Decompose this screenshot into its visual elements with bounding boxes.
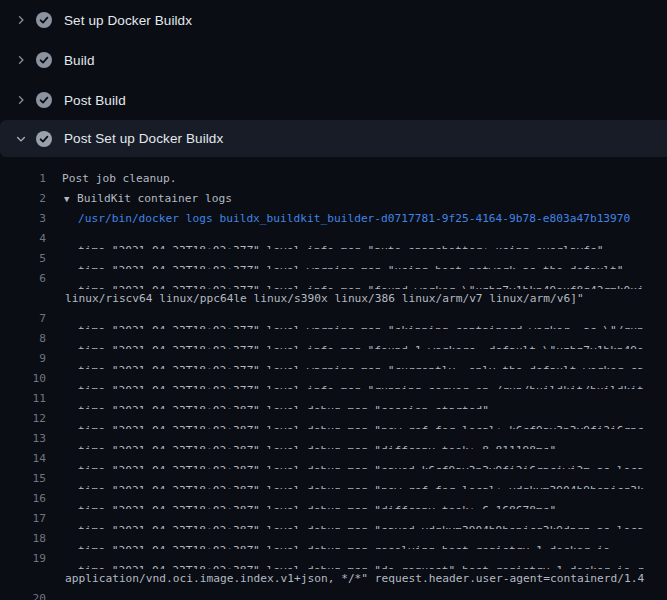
log-line: linux/riscv64 linux/ppc64le linux/s390x …: [0, 289, 667, 309]
log-text: time="2021-04-23T18:02:37Z" level=warnin…: [46, 261, 624, 269]
log-text: application/vnd.oci.image.index.v1+json,…: [46, 569, 644, 589]
log-text: time="2021-04-23T18:02:37Z" level=info m…: [46, 241, 603, 249]
line-number: 19: [0, 549, 46, 569]
check-circle-icon: [36, 92, 52, 108]
log-text: time="2021-04-23T18:02:38Z" level=debug …: [46, 401, 489, 409]
line-number: 15: [0, 469, 46, 489]
line-number: 7: [0, 309, 46, 329]
line-number: 20: [0, 589, 46, 600]
chevron-down-icon: [14, 131, 28, 147]
log-line: 6time="2021-04-23T18:02:37Z" level=info …: [0, 269, 667, 289]
log-text: time="2021-04-23T18:02:38Z" level=debug …: [46, 501, 556, 509]
log-text: time="2021-04-23T18:02:38Z" level=debug …: [46, 521, 644, 529]
log-line: 1Post job cleanup.: [0, 169, 667, 189]
line-number: 4: [0, 229, 46, 249]
log-text: time="2021-04-23T18:02:37Z" level=info m…: [46, 281, 644, 289]
line-number: 12: [0, 409, 46, 429]
log-line: 2▼BuildKit container logs: [0, 189, 667, 209]
log-line: 4time="2021-04-23T18:02:37Z" level=info …: [0, 229, 667, 249]
step-label: Set up Docker Buildx: [64, 13, 192, 28]
line-number: 6: [0, 269, 46, 289]
log-line: 9time="2021-04-23T18:02:37Z" level=warni…: [0, 349, 667, 369]
check-circle-icon: [36, 131, 52, 147]
line-number: 8: [0, 329, 46, 349]
log-text: time="2021-04-23T18:02:38Z" level=debug …: [46, 461, 644, 469]
step-header-post-set-up-docker-buildx[interactable]: Post Set up Docker Buildx: [0, 120, 667, 157]
line-number: 5: [0, 249, 46, 269]
line-number: [0, 569, 46, 589]
check-circle-icon: [36, 52, 52, 68]
log-text: time="2021-04-23T18:02:38Z" level=debug …: [46, 441, 556, 449]
log-line: 10time="2021-04-23T18:02:37Z" level=info…: [0, 369, 667, 389]
step-label: Post Build: [64, 93, 126, 108]
command-text: /usr/bin/docker logs buildx_buildkit_bui…: [46, 209, 630, 229]
log-area: 1Post job cleanup.2▼BuildKit container l…: [0, 169, 667, 600]
log-line: application/vnd.oci.image.index.v1+json,…: [0, 569, 667, 589]
line-number: 1: [0, 169, 46, 189]
log-line: 7time="2021-04-23T18:02:37Z" level=warni…: [0, 309, 667, 329]
step-label: Post Set up Docker Buildx: [64, 131, 223, 146]
log-line: 18time="2021-04-23T18:02:38Z" level=debu…: [0, 529, 667, 549]
log-text: time="2021-04-23T18:02:38Z" level=debug …: [46, 481, 644, 489]
chevron-right-icon: [14, 52, 28, 68]
log-text: time="2021-04-23T18:02:37Z" level=warnin…: [46, 321, 644, 329]
log-text: Post job cleanup.: [46, 169, 177, 189]
log-line: 19time="2021-04-23T18:02:38Z" level=debu…: [0, 549, 667, 569]
log-text: linux/riscv64 linux/ppc64le linux/s390x …: [46, 289, 584, 309]
line-number: 13: [0, 429, 46, 449]
log-line: 16time="2021-04-23T18:02:38Z" level=debu…: [0, 489, 667, 509]
group-toggle-icon[interactable]: ▼: [64, 189, 77, 209]
line-number: 9: [0, 349, 46, 369]
line-number: 3: [0, 209, 46, 229]
log-line: 15time="2021-04-23T18:02:38Z" level=debu…: [0, 469, 667, 489]
line-number: 17: [0, 509, 46, 529]
line-number: 11: [0, 389, 46, 409]
log-line: 14time="2021-04-23T18:02:38Z" level=debu…: [0, 449, 667, 469]
log-text: ▼BuildKit container logs: [46, 189, 232, 209]
check-circle-icon: [36, 12, 52, 28]
step-header-post-build[interactable]: Post Build: [0, 80, 667, 120]
log-text: time="2021-04-23T18:02:38Z" level=debug …: [46, 421, 644, 429]
log-line: 3/usr/bin/docker logs buildx_buildkit_bu…: [0, 209, 667, 229]
step-header-set-up-docker-buildx[interactable]: Set up Docker Buildx: [0, 0, 667, 40]
log-line: 11time="2021-04-23T18:02:38Z" level=debu…: [0, 389, 667, 409]
log-text: time="2021-04-23T18:02:37Z" level=info m…: [46, 381, 644, 389]
log-group-title: BuildKit container logs: [77, 192, 232, 205]
chevron-right-icon: [14, 92, 28, 108]
line-number: 10: [0, 369, 46, 389]
line-number: 18: [0, 529, 46, 549]
actions-log-viewer: Set up Docker Buildx Build Post Build: [0, 0, 667, 600]
line-number: 16: [0, 489, 46, 509]
log-line: 20time="2021-04-23T18:02:38Z" level=debu…: [0, 589, 667, 600]
log-text: time="2021-04-23T18:02:37Z" level=warnin…: [46, 361, 644, 369]
line-number: 2: [0, 189, 46, 209]
log-line: 8time="2021-04-23T18:02:37Z" level=info …: [0, 329, 667, 349]
line-number: 14: [0, 449, 46, 469]
chevron-right-icon: [14, 12, 28, 28]
step-label: Build: [64, 53, 95, 68]
log-text: time="2021-04-23T18:02:38Z" level=debug …: [46, 561, 644, 569]
log-text: time="2021-04-23T18:02:37Z" level=info m…: [46, 341, 644, 349]
log-line: 12time="2021-04-23T18:02:38Z" level=debu…: [0, 409, 667, 429]
steps-list: Set up Docker Buildx Build Post Build: [0, 0, 667, 157]
log-line: 13time="2021-04-23T18:02:38Z" level=debu…: [0, 429, 667, 449]
log-line: 17time="2021-04-23T18:02:38Z" level=debu…: [0, 509, 667, 529]
line-number: [0, 289, 46, 309]
log-text: time="2021-04-23T18:02:38Z" level=debug …: [46, 541, 610, 549]
log-line: 5time="2021-04-23T18:02:37Z" level=warni…: [0, 249, 667, 269]
step-header-build[interactable]: Build: [0, 40, 667, 80]
